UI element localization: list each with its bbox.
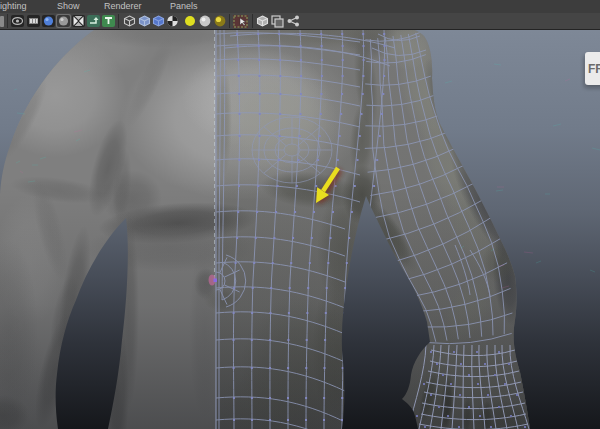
svg-text:FR: FR [588, 62, 600, 76]
